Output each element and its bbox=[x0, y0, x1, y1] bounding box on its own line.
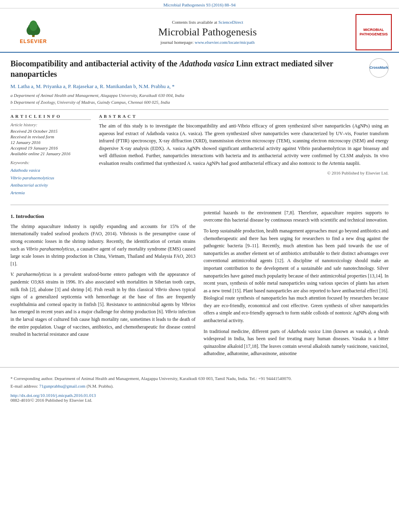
revised-date: 12 January 2016 bbox=[10, 140, 91, 145]
article-section: Biocompatibility and antibacterial activ… bbox=[0, 53, 399, 201]
body-right-col: potential hazards to the environment [7,… bbox=[204, 209, 389, 361]
corresponding-author-note: * Corresponding author. Department of An… bbox=[10, 376, 389, 382]
title-part1: Biocompatibility and antibacterial activ… bbox=[10, 59, 179, 68]
abstract-text: The aim of this study is to investigate … bbox=[99, 122, 389, 167]
article-info-label: A R T I C L E I N F O bbox=[10, 114, 91, 120]
copyright-line: © 2016 Published by Elsevier Ltd. bbox=[99, 170, 389, 175]
footer-issn: 0882-4010/© 2016 Published by Elsevier L… bbox=[10, 398, 389, 403]
body-two-col: 1. Introduction The shrimp aquaculture i… bbox=[0, 209, 399, 361]
journal-title: Microbial Pathogenesis bbox=[68, 26, 348, 38]
keyword-3: Antibacterial activity bbox=[10, 181, 91, 189]
homepage-link[interactable]: www.elsevier.com/locate/micpath bbox=[195, 40, 255, 45]
received-date: Received 26 October 2015 bbox=[10, 129, 91, 134]
article-info-abstract: A R T I C L E I N F O Article history: R… bbox=[10, 109, 389, 201]
elsevier-logo: ELSEVIER bbox=[20, 18, 47, 44]
intro-para1: The shrimp aquaculture industry is rapid… bbox=[10, 223, 195, 268]
keywords-label: Keywords: bbox=[10, 160, 91, 165]
keyword-4: Artemia bbox=[10, 189, 91, 197]
keyword-1: Adathoda vasica bbox=[10, 166, 91, 174]
page-wrapper: Microbial Pathogenesis 93 (2016) 88–94 E… bbox=[0, 0, 399, 532]
authors-line: M. Latha a, M. Priyanka a, P. Rajasekar … bbox=[10, 83, 389, 90]
article-title: Biocompatibility and antibacterial activ… bbox=[10, 58, 389, 79]
journal-volume: Microbial Pathogenesis 93 (2016) 88–94 bbox=[163, 2, 236, 7]
abstract-col: A B S T R A C T The aim of this study is… bbox=[99, 114, 389, 197]
footer-links: http://dx.doi.org/10.1016/j.micpath.2016… bbox=[10, 393, 389, 398]
contents-available: Contents lists available at ScienceDirec… bbox=[68, 20, 348, 25]
available-online: Available online 21 January 2016 bbox=[10, 151, 91, 156]
history-label: Article history: bbox=[10, 122, 91, 127]
article-info-col: A R T I C L E I N F O Article history: R… bbox=[10, 114, 91, 197]
doi-link[interactable]: http://dx.doi.org/10.1016/j.micpath.2016… bbox=[10, 393, 96, 398]
author-email[interactable]: 71gunprabhu@gmail.com bbox=[39, 384, 85, 388]
right-para3: In traditional medicine, different parts… bbox=[204, 328, 389, 357]
elsevier-tree-icon bbox=[21, 18, 45, 38]
article-footer: * Corresponding author. Department of An… bbox=[0, 367, 399, 403]
svg-point-4 bbox=[29, 21, 37, 31]
logo-left: ELSEVIER bbox=[7, 18, 60, 47]
sciencedirect-link[interactable]: ScienceDirect bbox=[218, 20, 243, 25]
affiliation-b: b Department of Zoology, University of M… bbox=[10, 99, 389, 106]
title-italic: Adathoda vasica bbox=[179, 59, 234, 68]
right-para1: potential hazards to the environment [7,… bbox=[204, 209, 389, 224]
journal-header: ELSEVIER Contents lists available at Sci… bbox=[0, 8, 399, 53]
section-divider bbox=[10, 205, 389, 205]
accepted-date: Accepted 19 January 2016 bbox=[10, 146, 91, 150]
email-note: E-mail address: 71gunprabhu@gmail.com (N… bbox=[10, 383, 389, 389]
revised-label: Received in revised form bbox=[10, 134, 91, 139]
right-para2: To keep sustainable production, health m… bbox=[204, 227, 389, 325]
elsevier-brand-text: ELSEVIER bbox=[20, 39, 47, 44]
top-banner: Microbial Pathogenesis 93 (2016) 88–94 bbox=[0, 0, 399, 8]
email-person: (N.M. Prabhu). bbox=[86, 384, 113, 388]
crossmark-badge: CrossMark bbox=[369, 58, 389, 78]
journal-cover-logo: MICROBIAL PATHOGENESIS bbox=[356, 14, 392, 50]
abstract-label: A B S T R A C T bbox=[99, 114, 389, 120]
journal-homepage: journal homepage: www.elsevier.com/locat… bbox=[68, 40, 348, 45]
affiliations: a Department of Animal Health and Manage… bbox=[10, 92, 389, 105]
affiliation-a: a Department of Animal Health and Manage… bbox=[10, 92, 389, 99]
keyword-2: Vibrio parahaemolyticus bbox=[10, 174, 91, 182]
body-left-col: 1. Introduction The shrimp aquaculture i… bbox=[10, 209, 195, 361]
intro-heading: 1. Introduction bbox=[10, 212, 195, 220]
journal-center-block: Contents lists available at ScienceDirec… bbox=[60, 20, 356, 45]
intro-para2: V. parahaemolyticus is a prevalent seafo… bbox=[10, 271, 195, 338]
